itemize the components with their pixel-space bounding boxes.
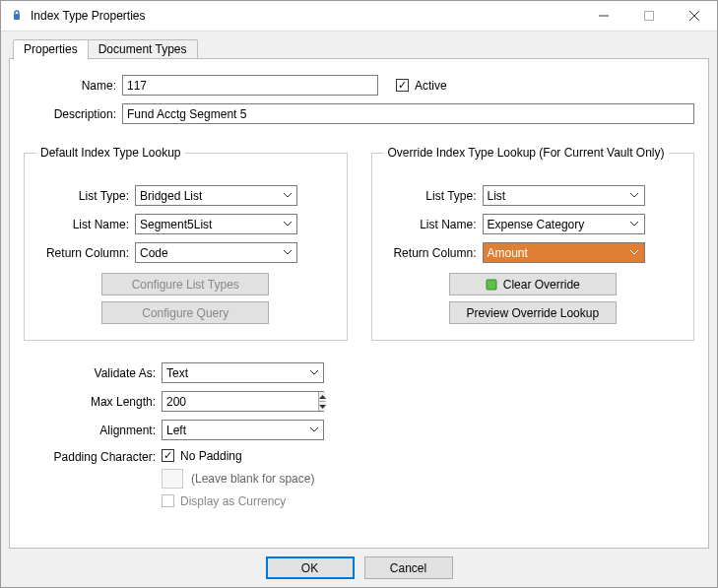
chevron-down-icon [306,365,321,380]
override-listname-label: List Name: [384,218,483,231]
padding-sample [162,469,183,489]
tabpage-properties: Name: ✓ Active Description: Default Inde… [9,59,709,549]
minimize-button[interactable] [581,1,626,31]
window-title: Index Type Properties [31,9,581,23]
spin-down-icon[interactable] [319,402,326,411]
client-area: Properties Document Types Name: ✓ Active… [1,32,717,587]
default-returncol-label: Return Column: [36,246,135,260]
preview-override-button[interactable]: Preview Override Lookup [449,301,617,324]
maximize-button[interactable] [626,1,672,31]
default-lookup-group: Default Index Type Lookup List Type: Bri… [24,146,348,341]
description-label: Description: [24,107,122,121]
ok-button[interactable]: OK [266,556,355,579]
display-currency-checkbox[interactable]: Display as Currency [162,494,286,508]
leave-blank-hint: (Leave blank for space) [191,472,314,486]
display-currency-label: Display as Currency [180,494,286,508]
tab-document-types[interactable]: Document Types [88,39,198,59]
default-listname-combo[interactable]: Segment5List [135,214,297,234]
default-listtype-label: List Type: [36,189,135,203]
name-input[interactable] [122,75,378,96]
description-input[interactable] [122,103,694,124]
chevron-down-icon [280,245,294,260]
validate-as-combo[interactable]: Text [162,362,324,383]
tabstrip: Properties Document Types [9,37,709,59]
close-button[interactable] [672,1,717,31]
alignment-combo[interactable]: Left [162,420,324,440]
clear-icon [486,279,497,291]
alignment-label: Alignment: [24,424,162,437]
default-lookup-legend: Default Index Type Lookup [36,146,185,160]
validate-as-label: Validate As: [24,366,162,380]
configure-query-button[interactable]: Configure Query [101,301,269,324]
chevron-down-icon [627,217,642,231]
override-lookup-group: Override Index Type Lookup (For Current … [371,146,695,341]
chevron-down-icon [627,188,642,203]
app-icon [9,8,25,24]
active-label: Active [415,79,447,93]
configure-list-types-button[interactable]: Configure List Types [101,273,269,295]
max-length-label: Max Length: [24,395,162,409]
chevron-down-icon [280,188,294,203]
dialog-button-row: OK Cancel [9,549,709,579]
name-label: Name: [24,79,122,93]
max-length-spinner[interactable] [162,391,324,412]
active-checkbox[interactable]: ✓ Active [396,79,447,93]
default-listname-label: List Name: [36,218,135,231]
default-returncol-combo[interactable]: Code [135,242,297,263]
window: Index Type Properties Properties Documen… [0,0,718,588]
override-listtype-label: List Type: [384,189,483,203]
svg-rect-2 [645,12,654,21]
default-listtype-combo[interactable]: Bridged List [135,185,297,206]
padding-char-label: Padding Character: [24,448,162,464]
no-padding-checkbox[interactable]: ✓ No Padding [162,449,242,463]
override-listtype-combo[interactable]: List [483,185,645,206]
tab-properties[interactable]: Properties [13,39,89,60]
spin-up-icon[interactable] [319,392,326,402]
chevron-down-icon [280,217,294,231]
override-listname-combo[interactable]: Expense Category [483,214,645,234]
no-padding-label: No Padding [180,449,242,463]
svg-rect-0 [14,14,20,20]
override-lookup-legend: Override Index Type Lookup (For Current … [384,146,669,160]
override-returncol-label: Return Column: [384,246,483,260]
chevron-down-icon [627,245,642,260]
override-returncol-combo[interactable]: Amount [483,242,645,263]
svg-rect-5 [487,280,496,290]
clear-override-button[interactable]: Clear Override [449,273,617,295]
cancel-button[interactable]: Cancel [364,556,453,579]
chevron-down-icon [306,423,321,437]
titlebar: Index Type Properties [1,1,717,32]
